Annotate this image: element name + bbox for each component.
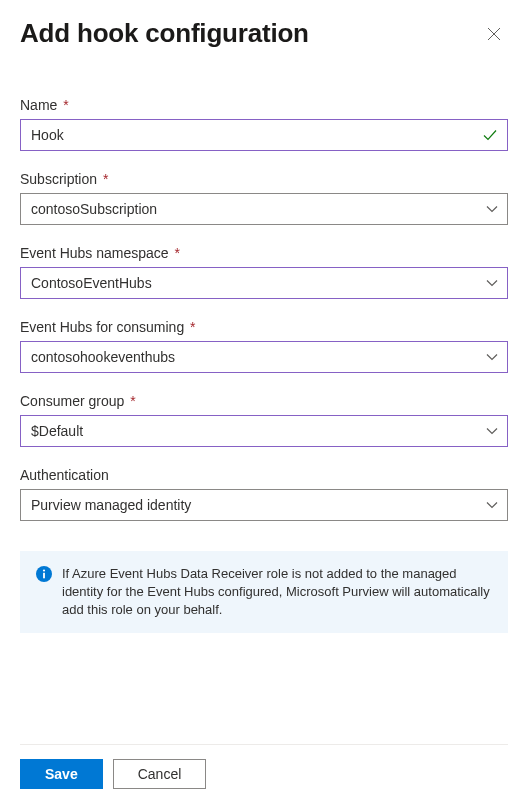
dialog-footer: Save Cancel	[20, 744, 508, 789]
name-input[interactable]	[20, 119, 508, 151]
name-label: Name *	[20, 97, 508, 113]
event-hubs-namespace-select-wrapper: ContosoEventHubs	[20, 267, 508, 299]
subscription-label-text: Subscription	[20, 171, 97, 187]
save-button[interactable]: Save	[20, 759, 103, 789]
svg-point-3	[43, 569, 45, 571]
consumer-group-label: Consumer group *	[20, 393, 508, 409]
name-input-wrapper	[20, 119, 508, 151]
required-asterisk: *	[171, 245, 180, 261]
name-label-text: Name	[20, 97, 57, 113]
cancel-button[interactable]: Cancel	[113, 759, 207, 789]
event-hubs-consuming-field-group: Event Hubs for consuming * contosohookev…	[20, 319, 508, 373]
consumer-group-label-text: Consumer group	[20, 393, 124, 409]
close-icon	[486, 26, 502, 45]
event-hubs-namespace-label-text: Event Hubs namespace	[20, 245, 169, 261]
info-text: If Azure Event Hubs Data Receiver role i…	[62, 565, 492, 619]
info-box: If Azure Event Hubs Data Receiver role i…	[20, 551, 508, 633]
required-asterisk: *	[126, 393, 135, 409]
authentication-label-text: Authentication	[20, 467, 109, 483]
dialog-title: Add hook configuration	[20, 18, 309, 49]
event-hubs-consuming-select-wrapper: contosohookeventhubs	[20, 341, 508, 373]
event-hubs-namespace-field-group: Event Hubs namespace * ContosoEventHubs	[20, 245, 508, 299]
authentication-label: Authentication	[20, 467, 508, 483]
info-icon	[36, 566, 52, 582]
consumer-group-field-group: Consumer group * $Default	[20, 393, 508, 447]
svg-rect-4	[43, 573, 45, 579]
authentication-select-wrapper: Purview managed identity	[20, 489, 508, 521]
event-hubs-consuming-label-text: Event Hubs for consuming	[20, 319, 184, 335]
consumer-group-select-wrapper: $Default	[20, 415, 508, 447]
required-asterisk: *	[186, 319, 195, 335]
required-asterisk: *	[99, 171, 108, 187]
close-button[interactable]	[480, 21, 508, 49]
authentication-select[interactable]: Purview managed identity	[20, 489, 508, 521]
authentication-field-group: Authentication Purview managed identity	[20, 467, 508, 521]
dialog-header: Add hook configuration	[20, 18, 508, 49]
consumer-group-select[interactable]: $Default	[20, 415, 508, 447]
name-field-group: Name *	[20, 97, 508, 151]
subscription-label: Subscription *	[20, 171, 508, 187]
subscription-select[interactable]: contosoSubscription	[20, 193, 508, 225]
required-asterisk: *	[59, 97, 68, 113]
subscription-select-wrapper: contosoSubscription	[20, 193, 508, 225]
subscription-field-group: Subscription * contosoSubscription	[20, 171, 508, 225]
event-hubs-namespace-select[interactable]: ContosoEventHubs	[20, 267, 508, 299]
event-hubs-consuming-select[interactable]: contosohookeventhubs	[20, 341, 508, 373]
event-hubs-consuming-label: Event Hubs for consuming *	[20, 319, 508, 335]
event-hubs-namespace-label: Event Hubs namespace *	[20, 245, 508, 261]
